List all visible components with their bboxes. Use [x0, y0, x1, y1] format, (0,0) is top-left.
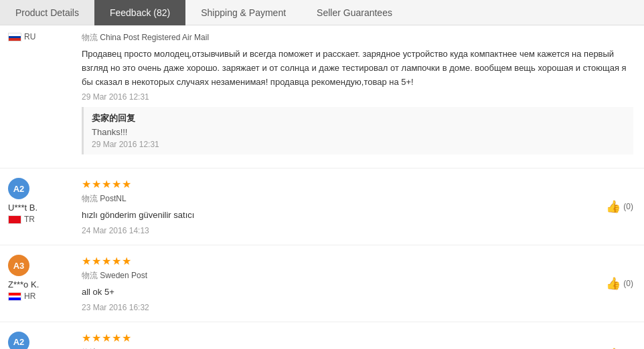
- country-code: RU: [24, 32, 35, 41]
- review-item: A3 Z***o K. HR ★ ★ ★ ★ ★ 物流 Sweden Post …: [0, 245, 644, 322]
- shipping-label: 物流: [82, 194, 98, 203]
- shipping-label: 物流: [82, 271, 98, 280]
- country-code: TR: [24, 215, 35, 224]
- seller-reply: 卖家的回复 Thanks!!! 29 Mar 2016 12:31: [82, 107, 633, 154]
- star-3: ★: [102, 255, 111, 267]
- star-3: ★: [102, 178, 111, 191]
- star-3: ★: [102, 332, 111, 344]
- review-item: A2 J***n C. ★ ★ ★ ★ ★ 物流 Swiss Post 👍 (0…: [0, 322, 644, 349]
- review-item: A2 U***t B. TR ★ ★ ★ ★ ★ 物流 PostNL hızlı…: [0, 168, 644, 245]
- shipping-method: PostNL: [100, 194, 126, 203]
- shipping-label: 物流: [82, 33, 98, 42]
- helpful-count: (0): [623, 202, 633, 211]
- review-text: all ok 5+: [82, 285, 633, 300]
- reviewer-country: RU: [8, 32, 35, 41]
- reviewer-info: RU: [8, 32, 75, 158]
- reviews-container: RU 物流 China Post Registered Air Mail Про…: [0, 25, 644, 349]
- star-rating: ★ ★ ★ ★ ★: [82, 332, 633, 344]
- review-content: ★ ★ ★ ★ ★ 物流 Sweden Post all ok 5+ 23 Ma…: [75, 255, 633, 312]
- thumbs-up-icon: 👍: [606, 276, 621, 291]
- star-1: ★: [82, 178, 91, 191]
- seller-reply-title: 卖家的回复: [92, 112, 625, 124]
- star-2: ★: [92, 255, 101, 267]
- reviewer-info: A2 J***n C.: [8, 332, 75, 349]
- star-2: ★: [92, 332, 101, 344]
- review-date: 29 Mar 2016 12:31: [82, 92, 633, 102]
- star-4: ★: [112, 332, 121, 344]
- star-5: ★: [122, 178, 131, 191]
- country-code: HR: [24, 292, 35, 301]
- reviewer-country: TR: [8, 215, 35, 224]
- flag-icon: [8, 292, 21, 301]
- star-5: ★: [122, 332, 131, 344]
- star-1: ★: [82, 332, 91, 344]
- star-4: ★: [112, 178, 121, 191]
- star-1: ★: [82, 255, 91, 267]
- shipping-info: 物流 PostNL: [82, 193, 633, 205]
- avatar: A2: [8, 332, 29, 349]
- star-4: ★: [112, 255, 121, 267]
- review-text: Продавец просто молодец,отзывчивый и все…: [82, 47, 633, 89]
- tab-seller-guarantees[interactable]: Seller Guarantees: [301, 0, 408, 25]
- seller-reply-text: Thanks!!!: [92, 127, 625, 137]
- review-date: 24 Mar 2016 14:13: [82, 226, 633, 235]
- avatar: A2: [8, 178, 29, 199]
- helpful-section[interactable]: 👍 (0): [606, 276, 633, 291]
- tab-bar: Product Details Feedback (82) Shipping &…: [0, 0, 644, 25]
- flag-icon: [8, 33, 21, 41]
- review-content: ★ ★ ★ ★ ★ 物流 Swiss Post: [75, 332, 633, 349]
- thumbs-up-icon: 👍: [606, 199, 621, 214]
- seller-reply-date: 29 Mar 2016 12:31: [92, 140, 625, 149]
- review-item: RU 物流 China Post Registered Air Mail Про…: [0, 25, 644, 168]
- shipping-method: Sweden Post: [100, 271, 147, 280]
- star-rating: ★ ★ ★ ★ ★: [82, 178, 633, 191]
- avatar: A3: [8, 255, 29, 276]
- review-text: hızlı gönderim güvenilir satıcı: [82, 209, 633, 223]
- tab-shipping-payment[interactable]: Shipping & Payment: [185, 0, 301, 25]
- reviewer-name: U***t B.: [8, 203, 37, 213]
- reviewer-info: A2 U***t B. TR: [8, 178, 75, 235]
- shipping-method: China Post Registered Air Mail: [100, 33, 209, 42]
- reviewer-country: HR: [8, 292, 35, 301]
- reviewer-name: Z***o K.: [8, 279, 39, 289]
- reviewer-info: A3 Z***o K. HR: [8, 255, 75, 312]
- shipping-info: 物流 Sweden Post: [82, 270, 633, 281]
- review-content: 物流 China Post Registered Air Mail Продав…: [75, 32, 633, 158]
- flag-icon: [8, 215, 21, 224]
- review-content: ★ ★ ★ ★ ★ 物流 PostNL hızlı gönderim güven…: [75, 178, 633, 235]
- review-date: 23 Mar 2016 16:32: [82, 303, 633, 312]
- helpful-count: (0): [623, 279, 633, 288]
- tab-feedback[interactable]: Feedback (82): [94, 0, 185, 25]
- star-2: ★: [92, 178, 101, 191]
- tab-product-details[interactable]: Product Details: [0, 0, 94, 25]
- shipping-info: 物流 China Post Registered Air Mail: [82, 32, 633, 43]
- star-5: ★: [122, 255, 131, 267]
- star-rating: ★ ★ ★ ★ ★: [82, 255, 633, 267]
- helpful-section[interactable]: 👍 (0): [606, 199, 633, 214]
